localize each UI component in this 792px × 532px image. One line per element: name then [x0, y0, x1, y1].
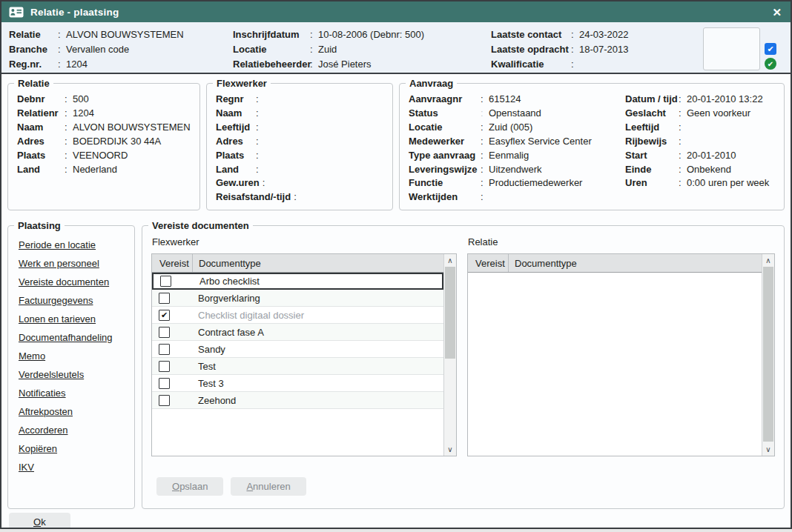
sidebar-link[interactable]: Werk en personeel — [19, 258, 99, 269]
vereist-checkbox[interactable] — [159, 327, 170, 338]
vereist-checkbox[interactable] — [159, 395, 170, 406]
sidebar-link[interactable]: Accorderen — [19, 425, 67, 436]
header-widgets: ✔ ✔ — [703, 27, 786, 73]
field-value: 1204 — [73, 107, 94, 121]
field-value: 20-01-2010 — [687, 149, 736, 163]
flexwerker-table-caption: Flexwerker — [152, 236, 457, 247]
field-label: Adres — [216, 135, 256, 149]
vereist-checkbox[interactable] — [159, 293, 170, 304]
sidebar-item-aftrekposten[interactable]: Aftrekposten — [19, 406, 127, 417]
colon: : — [256, 149, 264, 163]
header-row: Kwalificatie: — [491, 57, 703, 72]
sidebar-item-documentafhandeling[interactable]: Documentafhandeling — [19, 332, 127, 343]
field-label: Adres — [17, 135, 65, 149]
field-value: 615124 — [489, 93, 521, 107]
field-label: Naam — [216, 107, 256, 121]
header-row: Relatie:ALVON BOUWSYSTEMEN — [9, 27, 233, 42]
sidebar-link[interactable]: Factuurgegevens — [19, 295, 93, 306]
sidebar-link[interactable]: Verdeelsleutels — [19, 369, 84, 380]
colon: : — [481, 190, 489, 205]
table-row[interactable]: Borgverklaring — [152, 290, 443, 307]
vereist-checkbox[interactable] — [159, 378, 170, 389]
scrollbar-thumb[interactable] — [445, 267, 455, 359]
sidebar-link[interactable]: Vereiste documenten — [19, 276, 109, 287]
sidebar-link[interactable]: Aftrekposten — [19, 406, 73, 417]
info-panels-row: Relatie Debnr:500 Relatienr:1204 Naam:AL… — [7, 83, 785, 210]
sidebar-item-accorderen[interactable]: Accorderen — [19, 425, 127, 436]
field-label: Reisafstand/-tijd — [216, 190, 294, 205]
scroll-down-icon[interactable]: ∨ — [762, 443, 774, 456]
field-label: Relatie — [9, 27, 58, 42]
sidebar-item-memo[interactable]: Memo — [19, 350, 127, 362]
info-row: Naam: — [216, 107, 385, 121]
colon: : — [294, 190, 302, 205]
sidebar-link[interactable]: Lonen en tarieven — [19, 313, 96, 325]
table-row[interactable]: ✔Checklist digitaal dossier — [152, 307, 443, 324]
table-row[interactable]: Contract fase A — [152, 324, 443, 341]
documenttype-cell: Test 3 — [192, 378, 443, 389]
scroll-up-icon[interactable]: ∧ — [762, 254, 774, 267]
scroll-down-icon[interactable]: ∨ — [444, 443, 456, 456]
flexwerker-documents-column: Flexwerker Vereist Documenttype Arbo che… — [151, 230, 457, 502]
documenttype-cell: Test — [192, 361, 443, 372]
field-value: BOEDRDIJK 30 44A — [73, 135, 161, 149]
aanvraag-left-column: Aanvraagnr:615124 Status:Openstaand Loca… — [409, 93, 625, 205]
save-button[interactable]: Opslaan — [156, 477, 223, 496]
column-header-documenttype: Documenttype — [508, 254, 762, 272]
field-label: Relatienr — [17, 107, 65, 121]
documenttype-cell: Arbo checklist — [194, 276, 442, 287]
table-row[interactable]: Test — [152, 358, 443, 375]
ok-button[interactable]: Ok — [9, 513, 70, 529]
vereist-checkbox[interactable] — [159, 361, 170, 372]
scrollbar-track[interactable] — [762, 267, 774, 443]
field-value: 1204 — [66, 57, 88, 72]
vereist-checkbox[interactable] — [160, 276, 171, 287]
vereist-checkbox[interactable]: ✔ — [159, 310, 170, 321]
field-label: Debnr — [17, 93, 65, 107]
documenttype-cell: Sandy — [192, 344, 443, 355]
colon: : — [65, 93, 73, 107]
field-label: Naam — [17, 121, 65, 135]
sidebar-link[interactable]: Notificaties — [19, 388, 66, 399]
scrollbar-thumb[interactable] — [763, 267, 773, 442]
sidebar-item-verdeelsleutels[interactable]: Verdeelsleutels — [19, 369, 127, 380]
sidebar-item-lonen-en-tarieven[interactable]: Lonen en tarieven — [19, 313, 127, 325]
blue-checkbox-icon[interactable]: ✔ — [765, 43, 776, 55]
documenttype-cell: Borgverklaring — [192, 293, 443, 304]
colon: : — [571, 27, 579, 42]
scroll-up-icon[interactable]: ∧ — [444, 254, 456, 267]
status-flags: ✔ ✔ — [765, 43, 776, 70]
colon: : — [65, 121, 73, 135]
sidebar-link[interactable]: Documentafhandeling — [19, 332, 112, 343]
info-row: Rijbewijs: — [625, 135, 776, 149]
scrollbar[interactable]: ∧ ∨ — [762, 254, 774, 456]
sidebar-link[interactable]: Memo — [19, 350, 45, 362]
colon: : — [58, 57, 66, 72]
sidebar-item-werk-en-personeel[interactable]: Werk en personeel — [19, 258, 127, 269]
sidebar-item-notificaties[interactable]: Notificaties — [19, 388, 127, 399]
vereist-checkbox[interactable] — [159, 344, 170, 355]
photo-placeholder — [703, 27, 760, 70]
field-value: VEENOORD — [73, 149, 128, 163]
table-row[interactable]: Sandy — [152, 341, 443, 358]
table-row[interactable]: Zeehond — [152, 392, 443, 409]
colon: : — [65, 107, 73, 121]
relatie-documents-column: Relatie Vereist Documenttype ∧ — [467, 230, 775, 502]
sidebar-link[interactable]: Kopiëren — [19, 443, 57, 454]
sidebar-item-periode-en-locatie[interactable]: Periode en locatie — [19, 239, 127, 250]
close-icon[interactable]: ✕ — [772, 7, 782, 18]
cancel-button[interactable]: Annuleren — [231, 477, 306, 496]
table-row[interactable]: Arbo checklist — [152, 273, 443, 290]
sidebar-item-kopieren[interactable]: Kopiëren — [19, 443, 127, 454]
scrollbar-track[interactable] — [444, 267, 456, 443]
sidebar-item-vereiste-documenten[interactable]: Vereiste documenten — [19, 276, 127, 287]
sidebar-item-ikv[interactable]: IKV — [19, 462, 127, 473]
info-row: Start:20-01-2010 — [625, 149, 776, 163]
table-row[interactable]: Test 3 — [152, 375, 443, 392]
sidebar-item-factuurgegevens[interactable]: Factuurgegevens — [19, 295, 127, 306]
sidebar-link[interactable]: IKV — [19, 462, 34, 473]
field-label: Locatie — [409, 121, 481, 135]
sidebar-link[interactable]: Periode en locatie — [19, 239, 96, 250]
scrollbar[interactable]: ∧ ∨ — [443, 254, 456, 456]
header-row: Locatie:Zuid — [233, 42, 491, 57]
